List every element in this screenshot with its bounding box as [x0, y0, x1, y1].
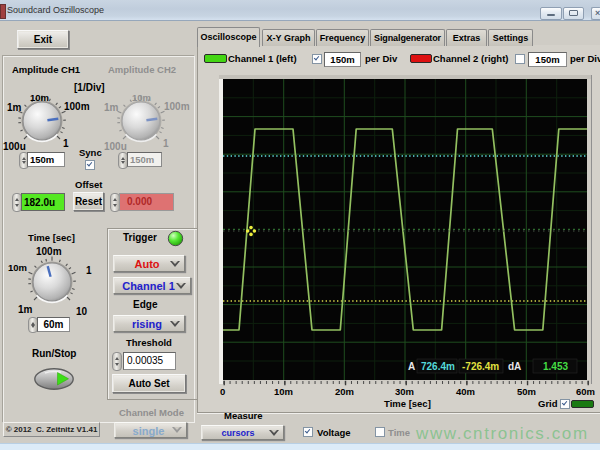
svg-text:dA: dA [508, 361, 521, 372]
svg-text:-726.4m: -726.4m [462, 361, 499, 372]
svg-text:A: A [408, 361, 415, 372]
svg-text:726.4m: 726.4m [421, 361, 455, 372]
svg-text:1.453: 1.453 [543, 361, 568, 372]
